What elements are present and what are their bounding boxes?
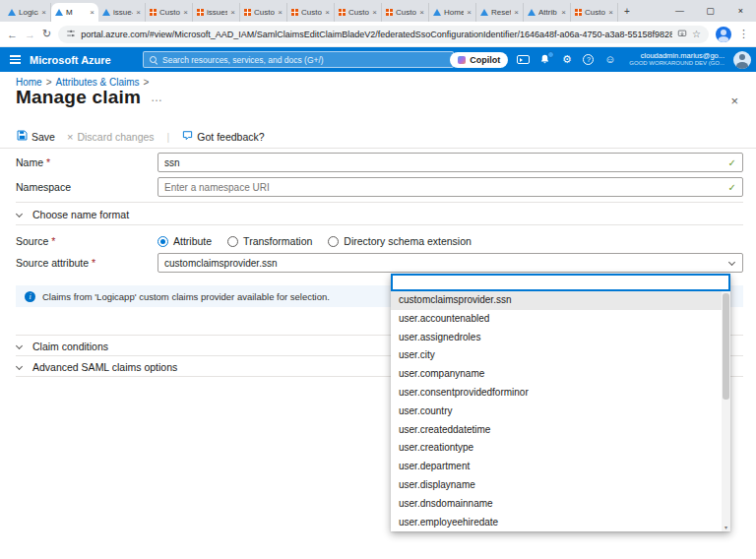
url-bar[interactable]: portal.azure.com/#view/Microsoft_AAD_IAM… (58, 26, 709, 43)
source-option-attribute[interactable]: Attribute (158, 235, 212, 247)
refresh-button[interactable]: ↻ (42, 28, 51, 40)
browser-profile-avatar[interactable] (716, 27, 731, 42)
browser-tab[interactable]: Custo× (382, 3, 429, 22)
browser-tab[interactable]: Custo× (571, 3, 618, 22)
dropdown-option[interactable]: user.employeehiredate (391, 514, 730, 532)
tab-title: Custo (301, 8, 322, 17)
maximize-button[interactable]: ▢ (695, 0, 725, 21)
search-input[interactable] (162, 55, 447, 65)
dropdown-option[interactable]: user.country (391, 403, 730, 421)
save-button[interactable]: Save (14, 128, 58, 145)
hamburger-menu-icon[interactable] (10, 55, 21, 63)
dropdown-option[interactable]: user.consentprovidedforminor (391, 384, 730, 403)
scrollbar-thumb[interactable] (723, 293, 729, 400)
browser-tab[interactable]: issues× (193, 3, 240, 22)
tab-close-icon[interactable]: × (608, 8, 613, 17)
notifications-bell-icon[interactable] (538, 54, 551, 65)
cloud-shell-icon[interactable] (517, 55, 530, 64)
back-button[interactable]: ← (7, 29, 18, 40)
forward-button[interactable]: → (25, 29, 35, 40)
name-input[interactable] (164, 157, 723, 168)
tab-close-icon[interactable]: × (41, 8, 46, 17)
account-avatar[interactable] (733, 51, 751, 69)
tab-title: issue- (113, 8, 133, 17)
tab-close-icon[interactable]: × (325, 8, 330, 17)
discard-changes-button[interactable]: × Discard changes (64, 129, 158, 145)
name-field[interactable]: ✓ (158, 153, 743, 172)
dropdown-option[interactable]: user.city (391, 346, 730, 365)
tab-close-icon[interactable]: × (561, 8, 566, 17)
scroll-down-icon[interactable]: ▾ (722, 524, 730, 530)
dropdown-option[interactable]: user.displayname (391, 476, 730, 495)
browser-tab-active[interactable]: M× (51, 3, 98, 22)
tab-close-icon[interactable]: × (90, 8, 94, 17)
help-icon[interactable]: ? (582, 54, 595, 65)
azure-brand[interactable]: Microsoft Azure (30, 54, 111, 66)
dropdown-option[interactable]: user.department (391, 458, 730, 476)
tab-title: Reset (491, 8, 511, 17)
tab-close-icon[interactable]: × (514, 8, 519, 17)
namespace-field[interactable]: ✓ (158, 177, 743, 197)
tab-title: Custo (396, 8, 416, 17)
minimize-button[interactable]: — (664, 0, 695, 21)
dropdown-option-selected[interactable]: customclaimsprovider.ssn (391, 291, 730, 310)
feedback-smiley-icon[interactable]: ☺ (603, 54, 616, 65)
browser-tab[interactable]: Custo× (146, 3, 193, 22)
source-attribute-value: customclaimsprovider.ssn (164, 258, 277, 269)
context-menu-icon[interactable]: … (151, 91, 162, 104)
browser-menu-icon[interactable]: ⋮ (738, 28, 749, 40)
window-close-button[interactable]: × (725, 0, 756, 21)
tab-title: M (66, 8, 87, 17)
site-info-icon[interactable] (66, 29, 76, 40)
grid-favicon-icon (339, 9, 346, 16)
notification-badge (547, 51, 554, 58)
global-search[interactable] (143, 51, 454, 68)
blade-close-icon[interactable]: × (730, 93, 738, 108)
copilot-icon (458, 56, 466, 64)
settings-gear-icon[interactable]: ⚙ (560, 54, 573, 65)
browser-tab[interactable]: Custo× (240, 3, 287, 22)
tab-close-icon[interactable]: × (278, 8, 283, 17)
azure-favicon-icon (480, 9, 488, 16)
source-attribute-combobox[interactable]: customclaimsprovider.ssn (158, 253, 743, 273)
account-info[interactable]: cloudadmin.marius@go... GOOD WORKAROUND … (629, 51, 724, 67)
browser-tab[interactable]: Custo× (335, 3, 382, 22)
browser-tab[interactable]: issue-× (98, 3, 146, 22)
choose-name-format-section[interactable]: Choose name format (16, 207, 129, 222)
tab-close-icon[interactable]: × (467, 8, 472, 17)
tab-close-icon[interactable]: × (183, 8, 188, 17)
radio-icon (227, 236, 238, 247)
new-tab-button[interactable]: + (618, 3, 636, 21)
dropdown-option[interactable]: user.companyname (391, 365, 730, 384)
dropdown-option[interactable]: user.assignedroles (391, 329, 730, 347)
dropdown-option[interactable]: user.accountenabled (391, 310, 730, 329)
browser-tab[interactable]: Attrib× (524, 3, 571, 22)
browser-tab[interactable]: Logica× (4, 3, 51, 22)
url-text[interactable]: portal.azure.com/#view/Microsoft_AAD_IAM… (81, 30, 672, 39)
dropdown-scrollbar[interactable]: ▾ (722, 291, 730, 531)
browser-tab[interactable]: Home× (429, 3, 476, 22)
dropdown-option[interactable]: user.creationtype (391, 439, 730, 458)
copilot-button[interactable]: Copilot (450, 52, 508, 68)
advanced-saml-options-section[interactable]: Advanced SAML claims options (16, 359, 177, 375)
grid-favicon-icon (291, 9, 298, 16)
bookmark-star-icon[interactable]: ☆ (692, 29, 701, 39)
dropdown-option[interactable]: user.createddatetime (391, 421, 730, 440)
send-icon[interactable] (677, 29, 687, 40)
feedback-button[interactable]: Got feedback? (179, 128, 267, 145)
source-option-transformation[interactable]: Transformation (227, 235, 312, 247)
browser-tab[interactable]: Custo× (287, 3, 335, 22)
tab-close-icon[interactable]: × (419, 8, 424, 17)
command-separator: | (167, 131, 170, 143)
valid-check-icon: ✓ (728, 157, 736, 168)
tab-close-icon[interactable]: × (136, 8, 141, 17)
tab-close-icon[interactable]: × (372, 8, 377, 17)
claim-conditions-section[interactable]: Claim conditions (16, 339, 108, 354)
tab-close-icon[interactable]: × (230, 8, 235, 17)
namespace-input[interactable] (164, 182, 723, 193)
dropdown-filter-input[interactable] (391, 274, 730, 291)
dropdown-option[interactable]: user.dnsdomainname (391, 495, 730, 514)
tab-title: Logica (19, 8, 38, 17)
browser-tab[interactable]: Reset× (476, 3, 524, 22)
source-option-directory-schema-extension[interactable]: Directory schema extension (328, 235, 472, 247)
